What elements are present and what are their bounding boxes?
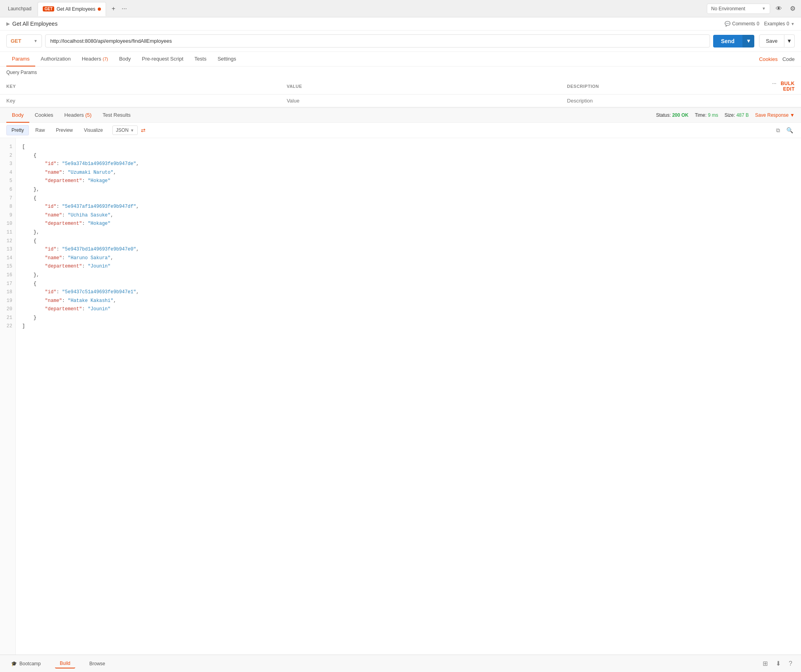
tab-get-employees[interactable]: GET Get All Employees <box>38 2 106 16</box>
description-input[interactable] <box>567 98 755 104</box>
code-link[interactable]: Code <box>782 56 795 62</box>
format-tab-pretty[interactable]: Pretty <box>6 125 29 135</box>
method-chevron-icon: ▼ <box>34 39 38 43</box>
tab-launchpad[interactable]: Launchpad <box>3 2 36 16</box>
response-test-results-label: Test Results <box>102 112 131 118</box>
json-response-body: [ { "id": "5e9a374b1a49693fe9b947de", "n… <box>16 138 801 655</box>
description-col-header: DESCRIPTION <box>561 78 761 95</box>
build-label: Build <box>60 661 70 666</box>
tab-unsaved-dot <box>98 8 101 11</box>
launchpad-label: Launchpad <box>8 6 31 11</box>
request-title-text: Get All Employees <box>12 21 57 27</box>
format-tab-visualize[interactable]: Visualize <box>79 125 108 135</box>
tab-title: Get All Employees <box>57 6 95 12</box>
tab-method-badge: GET <box>43 6 54 11</box>
size-value: 487 B <box>736 112 749 118</box>
more-options-icon[interactable]: ··· <box>772 81 776 86</box>
format-tab-preview[interactable]: Preview <box>51 125 78 135</box>
tab-body-label: Body <box>119 56 131 62</box>
bulk-edit-button[interactable]: Bulk Edit <box>781 81 795 92</box>
save-response-button[interactable]: Save Response ▼ <box>755 112 795 118</box>
response-tabs-bar: Body Cookies Headers (5) Test Results St… <box>0 107 801 123</box>
response-body-label: Body <box>12 112 24 118</box>
bottom-bar: 🎓 Bootcamp Build Browse ⊞ ⬇ ? <box>0 655 801 672</box>
more-tabs-button[interactable]: ··· <box>119 4 129 14</box>
value-col-header: VALUE <box>280 78 560 95</box>
save-dropdown-button[interactable]: ▼ <box>784 34 795 47</box>
tab-prerequest-label: Pre-request Script <box>142 56 184 62</box>
wrap-lines-button[interactable]: ⇄ <box>139 125 147 135</box>
tab-settings[interactable]: Settings <box>212 52 242 66</box>
search-button[interactable]: 🔍 <box>785 125 795 135</box>
build-button[interactable]: Build <box>55 659 75 668</box>
bootcamp-label: Bootcamp <box>19 661 41 666</box>
value-input[interactable] <box>287 98 554 104</box>
tab-headers[interactable]: Headers (7) <box>76 52 114 66</box>
code-container: 12345678910111213141516171819202122 [ { … <box>0 138 801 655</box>
comments-label: Comments <box>732 21 755 27</box>
tab-right-actions: Cookies Code <box>759 56 795 62</box>
tab-tests[interactable]: Tests <box>189 52 212 66</box>
tab-authorization-label: Authorization <box>41 56 71 62</box>
eye-icon[interactable]: 👁 <box>773 4 784 14</box>
format-type-label: JSON <box>116 127 129 133</box>
format-actions: ⧉ 🔍 <box>774 125 795 135</box>
url-input[interactable] <box>45 34 710 47</box>
examples-count: 0 <box>786 21 789 27</box>
key-col-header: KEY <box>0 78 280 95</box>
tab-actions: + ··· <box>109 4 129 14</box>
save-button[interactable]: Save <box>759 34 784 47</box>
environment-dropdown[interactable]: No Environment ▼ <box>707 4 770 14</box>
bootcamp-icon: 🎓 <box>11 661 17 666</box>
format-tab-raw[interactable]: Raw <box>30 125 49 135</box>
method-dropdown[interactable]: GET ▼ <box>6 34 42 47</box>
top-bar: Launchpad GET Get All Employees + ··· No… <box>0 0 801 17</box>
browse-button[interactable]: Browse <box>85 659 110 668</box>
tab-authorization[interactable]: Authorization <box>35 52 76 66</box>
new-tab-button[interactable]: + <box>109 4 118 14</box>
examples-button[interactable]: Examples 0 ▼ <box>764 21 795 27</box>
query-params-label: Query Params <box>0 66 801 78</box>
send-dropdown-button[interactable]: ▼ <box>742 35 754 47</box>
response-tab-cookies[interactable]: Cookies <box>29 108 59 123</box>
format-bar: Pretty Raw Preview Visualize JSON ▼ ⇄ ⧉ … <box>0 123 801 138</box>
browse-label: Browse <box>89 661 105 666</box>
layout-icon[interactable]: ⊞ <box>760 658 770 669</box>
send-button-group: Send ▼ <box>713 35 754 47</box>
query-params-section: Query Params KEY VALUE DESCRIPTION ··· B… <box>0 66 801 107</box>
params-table: KEY VALUE DESCRIPTION ··· Bulk Edit <box>0 78 801 107</box>
response-tab-headers[interactable]: Headers (5) <box>59 108 97 123</box>
response-status-bar: Status: 200 OK Time: 9 ms Size: 487 B Sa… <box>656 112 795 118</box>
tab-prerequest[interactable]: Pre-request Script <box>137 52 189 66</box>
status-value: 200 OK <box>672 112 688 118</box>
settings-icon[interactable]: ⚙ <box>788 3 798 14</box>
save-button-group: Save ▼ <box>759 34 795 47</box>
title-actions: 💬 Comments 0 Examples 0 ▼ <box>725 21 795 27</box>
send-button[interactable]: Send <box>713 35 742 47</box>
url-bar: GET ▼ Send ▼ Save ▼ <box>0 30 801 52</box>
bootcamp-button[interactable]: 🎓 Bootcamp <box>6 659 46 668</box>
status-label: Status: 200 OK <box>656 112 689 118</box>
format-type-dropdown[interactable]: JSON ▼ <box>112 125 138 135</box>
comment-icon: 💬 <box>725 21 731 27</box>
response-tab-body[interactable]: Body <box>6 108 29 123</box>
time-value: 9 ms <box>708 112 718 118</box>
copy-button[interactable]: ⧉ <box>774 125 782 135</box>
comments-button[interactable]: 💬 Comments 0 <box>725 21 759 27</box>
examples-label: Examples <box>764 21 785 27</box>
key-input[interactable] <box>6 98 274 104</box>
tab-headers-label: Headers <box>82 56 101 62</box>
tab-tests-label: Tests <box>194 56 206 62</box>
help-icon[interactable]: ? <box>786 658 795 669</box>
tab-body[interactable]: Body <box>114 52 137 66</box>
params-empty-row <box>0 95 801 107</box>
examples-chevron-icon: ▼ <box>791 22 795 26</box>
response-tab-test-results[interactable]: Test Results <box>97 108 136 123</box>
download-icon[interactable]: ⬇ <box>773 658 783 669</box>
bottom-right-icons: ⊞ ⬇ ? <box>760 658 795 669</box>
cookies-link[interactable]: Cookies <box>759 56 778 62</box>
tab-params[interactable]: Params <box>6 52 35 66</box>
request-title-bar: ▶ Get All Employees 💬 Comments 0 Example… <box>0 17 801 30</box>
response-cookies-label: Cookies <box>35 112 53 118</box>
tab-params-label: Params <box>12 56 30 62</box>
